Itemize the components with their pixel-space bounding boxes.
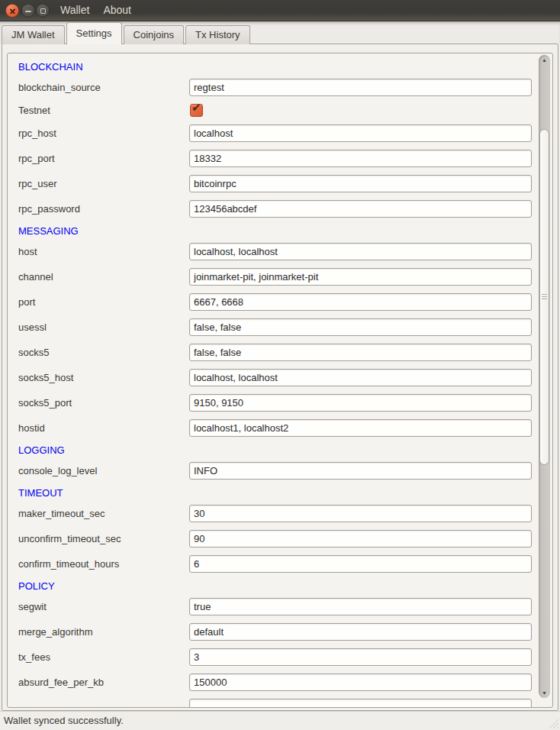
field-input-rpc-port[interactable] — [189, 150, 532, 167]
checkbox-testnet[interactable]: ✔ — [190, 104, 203, 117]
field-input-socks5[interactable] — [189, 344, 532, 361]
field-input-rpc-password[interactable] — [189, 200, 532, 218]
field-label-segwit: segwit — [18, 598, 47, 615]
field-label-usessl: usessl — [18, 318, 47, 336]
tab-tx-history[interactable]: Tx History — [185, 25, 250, 44]
settings-form: BLOCKCHAINblockchain_sourceTestnet✔rpc_h… — [8, 53, 552, 707]
tab-label: JM Wallet — [11, 29, 55, 40]
scrollbar-thumb[interactable] — [539, 129, 549, 465]
status-bar: Wallet synced successfully. — [0, 711, 560, 730]
field-input-port[interactable] — [189, 293, 532, 311]
field-input-socks5-port[interactable] — [189, 394, 532, 412]
checkmark-icon: ✔ — [191, 101, 201, 115]
field-label-merge-algorithm: merge_algorithm — [18, 623, 93, 641]
field-label-rpc-password: rpc_password — [18, 200, 80, 218]
field-input-blockchain-source[interactable] — [189, 79, 532, 96]
field-input-maker-timeout-sec[interactable] — [189, 505, 532, 522]
field-input-confirm-timeout-hours[interactable] — [189, 555, 532, 573]
field-input-console-log-level[interactable] — [189, 462, 532, 480]
title-bar: Wallet About — [0, 0, 560, 21]
scrollbar-grip-icon — [542, 294, 547, 300]
tab-coinjoins[interactable]: Coinjoins — [124, 25, 184, 44]
app-window: Wallet About JM WalletSettingsCoinjoinsT… — [0, 0, 560, 730]
section-header-timeout: TIMEOUT — [18, 487, 63, 499]
field-input-merge-algorithm[interactable] — [189, 623, 532, 641]
scroll-up-icon[interactable]: ▲ — [539, 57, 550, 63]
field-label-channel: channel — [18, 268, 53, 286]
section-header-messaging: MESSAGING — [18, 225, 79, 237]
minimize-icon — [25, 11, 31, 12]
menu-item-wallet[interactable]: Wallet — [53, 0, 96, 21]
field-label-absurd-fee-per-kb: absurd_fee_per_kb — [18, 673, 104, 691]
field-input-segwit[interactable] — [189, 598, 532, 615]
field-label-maker-timeout-sec: maker_timeout_sec — [18, 505, 105, 522]
field-input-tx-fees[interactable] — [189, 648, 532, 666]
minimize-button[interactable] — [21, 4, 35, 18]
scroll-down-icon[interactable]: ▼ — [539, 690, 550, 696]
status-message: Wallet synced successfully. — [4, 712, 124, 730]
field-input-channel[interactable] — [189, 268, 532, 286]
field-input-absurd-fee-per-kb[interactable] — [189, 673, 532, 691]
tab-settings[interactable]: Settings — [66, 22, 122, 44]
menu-bar: Wallet About — [53, 0, 138, 21]
field-label-blockchain-source: blockchain_source — [18, 79, 101, 96]
section-header-logging: LOGGING — [18, 444, 65, 457]
field-label-host: host — [18, 243, 37, 260]
field-label-unconfirm-timeout-sec: unconfirm_timeout_sec — [18, 530, 121, 548]
field-label-confirm-timeout-hours: confirm_timeout_hours — [18, 555, 119, 573]
tab-jm-wallet[interactable]: JM Wallet — [2, 25, 65, 44]
settings-scroll-area: BLOCKCHAINblockchain_sourceTestnet✔rpc_h… — [7, 53, 553, 708]
resize-grip-icon[interactable] — [549, 719, 558, 728]
field-input-socks5-host[interactable] — [189, 369, 532, 386]
field-input-rpc-host[interactable] — [189, 124, 532, 142]
field-input-partial[interactable] — [189, 699, 532, 708]
field-label-console-log-level: console_log_level — [18, 462, 97, 480]
field-label-rpc-host: rpc_host — [18, 124, 56, 142]
field-label-socks5-host: socks5_host — [18, 369, 73, 386]
field-label-rpc-user: rpc_user — [18, 175, 57, 192]
tab-pane: BLOCKCHAINblockchain_sourceTestnet✔rpc_h… — [2, 44, 558, 711]
field-label-port: port — [18, 293, 35, 311]
field-label-testnet: Testnet — [18, 104, 50, 117]
field-input-hostid[interactable] — [189, 419, 532, 437]
field-label-rpc-port: rpc_port — [18, 150, 55, 167]
section-header-policy: POLICY — [18, 580, 55, 593]
close-button[interactable] — [5, 4, 19, 18]
field-input-unconfirm-timeout-sec[interactable] — [189, 530, 532, 548]
field-input-rpc-user[interactable] — [189, 175, 532, 192]
field-label-hostid: hostid — [18, 419, 45, 437]
field-input-usessl[interactable] — [189, 318, 532, 336]
maximize-button[interactable] — [36, 4, 50, 18]
tab-label: Tx History — [195, 29, 240, 40]
tab-label: Coinjoins — [134, 29, 174, 40]
field-label-tx-fees: tx_fees — [18, 648, 50, 666]
menu-item-about[interactable]: About — [96, 0, 138, 21]
field-input-host[interactable] — [189, 243, 532, 260]
field-label-socks5-port: socks5_port — [18, 394, 72, 412]
field-label-socks5: socks5 — [18, 344, 49, 361]
section-header-blockchain: BLOCKCHAIN — [18, 61, 83, 73]
tab-label: Settings — [76, 27, 112, 39]
tab-bar: JM WalletSettingsCoinjoinsTx History — [0, 21, 560, 44]
tab-list: JM WalletSettingsCoinjoinsTx History — [2, 22, 252, 44]
maximize-icon — [40, 8, 46, 14]
